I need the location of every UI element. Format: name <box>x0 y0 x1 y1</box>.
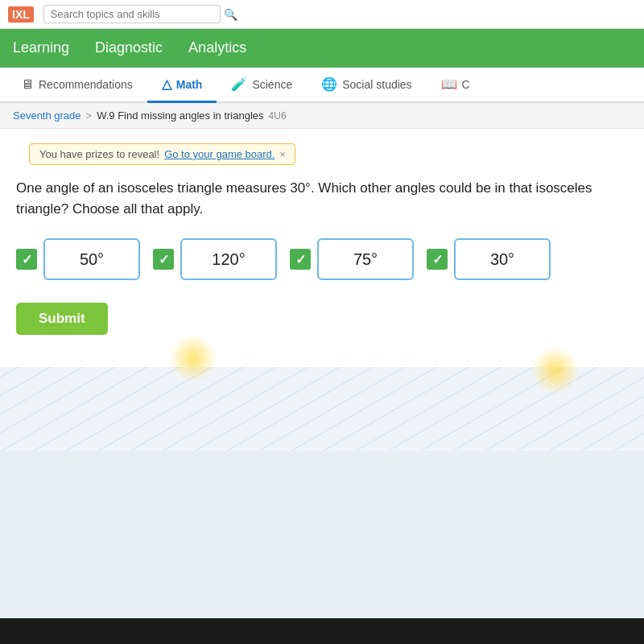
tab-other[interactable]: 📖 C <box>427 68 485 103</box>
tab-recommendations[interactable]: 🖥 Recommendations <box>6 68 147 103</box>
checkmark-2: ✓ <box>159 252 169 267</box>
choice-1: ✓ 50° <box>16 238 140 280</box>
search-bar[interactable]: 🔍 <box>43 5 285 23</box>
submit-button[interactable]: Submit <box>16 303 108 335</box>
tabs-bar: 🖥 Recommendations △ Math 🧪 Science 🌐 Soc… <box>0 68 644 103</box>
top-search-bar: IXL 🔍 <box>0 0 644 29</box>
breadcrumb-code: 4U6 <box>269 110 287 122</box>
choice-4: ✓ 30° <box>427 238 551 280</box>
tab-other-label: C <box>462 78 470 91</box>
logo: IXL <box>8 6 34 23</box>
science-icon: 🧪 <box>231 76 247 92</box>
breadcrumb-grade[interactable]: Seventh grade <box>13 109 81 122</box>
checkmark-4: ✓ <box>432 252 443 267</box>
recommendations-icon: 🖥 <box>21 77 34 92</box>
breadcrumb: Seventh grade > W.9 Find missing angles … <box>0 103 644 129</box>
prize-close-button[interactable]: × <box>279 149 285 160</box>
tab-recommendations-label: Recommendations <box>39 78 133 91</box>
math-icon: △ <box>162 76 171 92</box>
question-text: One angle of an isosceles triangle measu… <box>16 178 628 219</box>
choice-2: ✓ 120° <box>153 238 277 280</box>
nav-analytics[interactable]: Analytics <box>188 36 246 61</box>
checkmark-1: ✓ <box>22 252 32 267</box>
search-icon[interactable]: 🔍 <box>224 8 237 21</box>
choice-3: ✓ 75° <box>290 238 414 280</box>
bottom-bar <box>0 618 644 644</box>
checkbox-2[interactable]: ✓ <box>153 249 174 270</box>
choice-btn-4[interactable]: 30° <box>454 238 551 280</box>
prize-link[interactable]: Go to your game board. <box>164 148 275 160</box>
tab-social-studies-label: Social studies <box>342 78 411 91</box>
breadcrumb-separator: > <box>86 109 93 122</box>
checkbox-3[interactable]: ✓ <box>290 249 311 270</box>
nav-learning[interactable]: Learning <box>13 36 69 61</box>
checkbox-1[interactable]: ✓ <box>16 249 37 270</box>
answer-choices: ✓ 50° ✓ 120° ✓ 75° ✓ 30° <box>16 238 628 280</box>
tab-math[interactable]: △ Math <box>147 68 217 103</box>
choice-btn-2[interactable]: 120° <box>180 238 277 280</box>
logo-text: IXL <box>8 6 34 23</box>
prize-notification: You have prizes to reveal! Go to your ga… <box>29 143 295 165</box>
checkmark-3: ✓ <box>295 252 306 267</box>
tab-science-label: Science <box>252 78 292 91</box>
prize-text: You have prizes to reveal! <box>39 148 159 160</box>
tab-social-studies[interactable]: 🌐 Social studies <box>307 68 426 103</box>
nav-diagnostic[interactable]: Diagnostic <box>95 36 163 61</box>
breadcrumb-skill: W.9 Find missing angles in triangles <box>97 109 263 122</box>
search-input[interactable] <box>43 5 221 23</box>
tab-math-label: Math <box>176 78 203 91</box>
nav-bar: Learning Diagnostic Analytics <box>0 29 644 68</box>
checkbox-4[interactable]: ✓ <box>427 249 448 270</box>
social-studies-icon: 🌐 <box>321 76 337 92</box>
main-content: You have prizes to reveal! Go to your ga… <box>0 129 644 367</box>
other-icon: 📖 <box>441 76 457 92</box>
content-area: You have prizes to reveal! Go to your ga… <box>0 129 644 451</box>
tab-science[interactable]: 🧪 Science <box>217 68 307 103</box>
choice-btn-3[interactable]: 75° <box>317 238 414 280</box>
choice-btn-1[interactable]: 50° <box>43 238 140 280</box>
